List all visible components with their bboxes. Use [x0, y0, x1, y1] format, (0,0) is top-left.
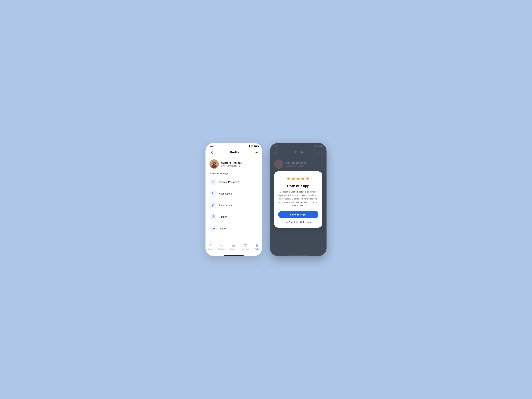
logout-icon-wrap — [210, 225, 216, 232]
phone-right: 9:41 ⎘ Profile • — [270, 143, 327, 256]
svg-text:🧕: 🧕 — [212, 162, 216, 165]
bell-icon-wrap — [210, 190, 216, 197]
section-title-left: Accounts Settings — [205, 172, 262, 176]
nav-label-hospital-left: Hospital — [230, 248, 236, 250]
svg-marker-5 — [212, 204, 215, 207]
modal-card: ★★★★★ Rate our app Consequat velit qui a… — [274, 171, 322, 228]
back-icon-left — [209, 150, 215, 155]
avatar-left: 🧕 — [209, 159, 219, 169]
home-icon-left — [209, 244, 212, 248]
lock-icon — [212, 180, 215, 184]
svg-point-16 — [256, 245, 258, 246]
newsfeed-icon-left — [244, 244, 247, 248]
nav-label-home-left: Home — [208, 248, 213, 250]
bell-icon — [212, 192, 215, 195]
bottom-nav-left: Home Statistics Hospital — [205, 242, 262, 255]
star-rating: ★★★★★ — [278, 176, 318, 182]
modal-title: Rate our app — [278, 184, 318, 188]
chevron-icon-2: › — [257, 204, 257, 207]
star-icon — [212, 203, 215, 207]
nav-label-statistics-left: Statistics — [218, 248, 225, 250]
nav-label-newsfeed-left: Newsfeed — [242, 248, 249, 250]
home-indicator-left — [224, 255, 244, 256]
nav-title-left: Profile — [230, 151, 239, 154]
menu-item-support[interactable]: Support › — [208, 211, 259, 222]
menu-label-change-passwords: Change Passwords — [219, 181, 257, 183]
avatar-image-left: 🧕 — [209, 159, 219, 169]
menu-item-rate-app[interactable]: Rate our app › — [208, 200, 259, 211]
nav-item-newsfeed-left[interactable]: Newsfeed — [242, 244, 249, 250]
statistics-icon-left — [220, 244, 223, 248]
profile-info-left: Sabrina Rahman Sylhet, Bangladesh — [221, 161, 242, 167]
profile-location-left: Sylhet, Bangladesh — [221, 165, 242, 167]
svg-rect-11 — [232, 245, 235, 247]
menu-label-notifications: Notifications — [219, 192, 257, 195]
user-icon-wrap — [210, 214, 216, 220]
profile-section-left: 🧕 Sabrina Rahman Sylhet, Bangladesh — [205, 158, 262, 172]
menu-label-logout: Logout — [219, 227, 257, 230]
chevron-icon-0: › — [257, 181, 257, 183]
menu-label-support: Support — [219, 215, 257, 218]
time-left: 9:41 — [209, 145, 214, 147]
chevron-icon-3: › — [257, 215, 257, 218]
signal-icon-left — [247, 145, 250, 147]
menu-label-rate-app: Rate our app — [219, 204, 257, 207]
modal-description: Consequat velit qui adipisicing sunt do … — [278, 190, 318, 208]
scene: 9:41 📶 Profile — [199, 136, 333, 263]
star-icon-wrap — [210, 202, 216, 208]
logout-icon — [212, 227, 215, 230]
svg-point-6 — [213, 216, 214, 217]
svg-rect-9 — [221, 245, 222, 247]
nav-item-statistics-left[interactable]: Statistics — [218, 244, 225, 250]
status-bar-left: 9:41 📶 — [205, 143, 262, 148]
status-icons-left: 📶 — [247, 145, 258, 147]
nav-item-home-left[interactable]: Home — [208, 244, 213, 250]
more-button-left[interactable]: ••• — [254, 151, 259, 154]
back-button-left[interactable] — [209, 149, 215, 155]
nav-label-profile-left: Profile — [254, 248, 259, 250]
menu-list-left: Change Passwords › Notifications › — [205, 176, 262, 242]
nav-item-hospital-left[interactable]: Hospital — [230, 244, 236, 250]
menu-item-notifications[interactable]: Notifications › — [208, 188, 259, 199]
svg-rect-10 — [222, 246, 223, 247]
top-nav-left: Profile ••• — [205, 148, 262, 158]
phone-left: 9:41 📶 Profile — [205, 143, 262, 256]
chevron-icon-1: › — [257, 192, 257, 195]
svg-rect-8 — [220, 246, 221, 247]
menu-item-change-passwords[interactable]: Change Passwords › — [208, 176, 259, 187]
nav-item-profile-left[interactable]: Profile — [254, 244, 259, 250]
battery-icon-left — [254, 145, 258, 147]
wifi-icon-left: 📶 — [251, 145, 253, 147]
user-icon — [212, 215, 215, 218]
svg-rect-4 — [212, 182, 214, 183]
profile-icon-left — [255, 244, 259, 248]
profile-name-left: Sabrina Rahman — [221, 161, 242, 164]
modal-overlay: ★★★★★ Rate our app Consequat velit qui a… — [270, 143, 327, 256]
menu-item-logout[interactable]: Logout — [208, 223, 259, 234]
lock-icon-wrap — [210, 179, 216, 185]
hospital-icon-left — [231, 244, 235, 248]
no-thanks-button[interactable]: No Thanks,I will do Later — [278, 220, 318, 224]
like-button[interactable]: I like this App — [278, 211, 318, 218]
